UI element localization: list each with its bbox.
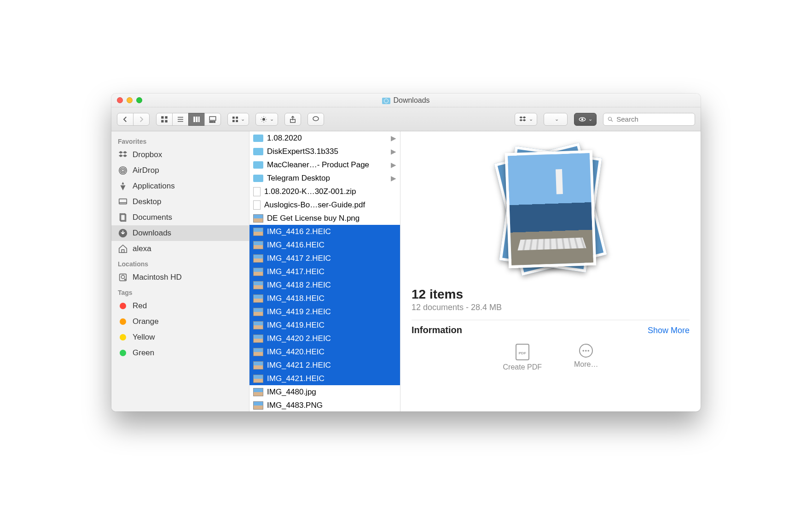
dropdown-button[interactable]: ⌄: [544, 113, 568, 126]
svg-rect-27: [119, 199, 127, 204]
close-button[interactable]: [117, 97, 123, 103]
file-row[interactable]: 1.08.2020-K…30Z-001.zip: [249, 185, 400, 198]
file-row[interactable]: IMG_4418.HEIC: [249, 292, 400, 305]
img-icon: [253, 335, 263, 343]
file-row[interactable]: IMG_4421 2.HEIC: [249, 358, 400, 372]
file-row[interactable]: MacCleaner…- Product Page▶: [249, 158, 400, 171]
minimize-button[interactable]: [127, 97, 133, 103]
file-row[interactable]: IMG_4421.HEIC: [249, 372, 400, 385]
quicklook-button[interactable]: ⌄: [574, 113, 597, 126]
preview-pane: 12 items 12 documents - 28.4 MB Informat…: [400, 131, 701, 411]
file-name: DiskExpertS3.1b335: [267, 147, 387, 156]
sidebar: FavoritesDropboxAirDropApplicationsDeskt…: [111, 131, 249, 411]
file-name: IMG_4417 2.HEIC: [267, 254, 396, 263]
create-pdf-action[interactable]: Create PDF: [503, 344, 542, 371]
file-row[interactable]: IMG_4420 2.HEIC: [249, 332, 400, 345]
svg-rect-10: [209, 117, 216, 120]
file-row[interactable]: IMG_4417 2.HEIC: [249, 252, 400, 265]
svg-rect-0: [161, 116, 163, 118]
sidebar-item-red[interactable]: Red: [111, 298, 249, 314]
file-icon: [253, 200, 261, 210]
file-name: DE Get License buy N.png: [267, 214, 396, 223]
img-icon: [253, 321, 263, 329]
sidebar-item-desktop[interactable]: Desktop: [111, 194, 249, 210]
disclosure-arrow-icon: ▶: [391, 174, 396, 182]
file-row[interactable]: Telegram Desktop▶: [249, 171, 400, 185]
file-row[interactable]: IMG_4418 2.HEIC: [249, 278, 400, 292]
svg-point-25: [121, 168, 126, 173]
downloads-icon: [118, 228, 128, 238]
list-view-button[interactable]: [172, 113, 189, 126]
file-row[interactable]: Auslogics-Bo…ser-Guide.pdf: [249, 198, 400, 211]
documents-icon: [118, 212, 128, 223]
svg-rect-17: [236, 120, 238, 122]
file-row[interactable]: IMG_4417.HEIC: [249, 265, 400, 278]
forward-button[interactable]: [133, 113, 150, 126]
file-icon: [253, 187, 261, 196]
finder-window: Downloads ⌄ ⌄ ⌄ ⌄ ⌄ FavoritesDropboxAir: [111, 94, 701, 411]
tag-dot-icon: [118, 317, 128, 327]
file-name: Auslogics-Bo…ser-Guide.pdf: [264, 200, 396, 210]
applications-icon: [118, 181, 128, 191]
desktop-icon: [118, 197, 128, 207]
sidebar-item-yellow[interactable]: Yellow: [111, 329, 249, 345]
sidebar-item-label: Yellow: [133, 333, 155, 342]
sidebar-item-alexa[interactable]: alexa: [111, 241, 249, 257]
chevron-down-icon: ⌄: [588, 116, 592, 122]
file-row[interactable]: IMG_4419.HEIC: [249, 318, 400, 332]
sidebar-item-label: Desktop: [133, 197, 161, 206]
file-row[interactable]: IMG_4419 2.HEIC: [249, 305, 400, 318]
search-icon: [607, 116, 614, 123]
disclosure-arrow-icon: ▶: [391, 161, 396, 169]
sidebar-item-label: Orange: [133, 317, 159, 326]
sidebar-item-orange[interactable]: Orange: [111, 314, 249, 329]
file-name: IMG_4416 2.HEIC: [267, 227, 396, 236]
file-row[interactable]: 1.08.2020▶: [249, 131, 400, 145]
action-label: Create PDF: [503, 363, 542, 371]
gallery-view-button[interactable]: [204, 113, 221, 126]
svg-point-35: [125, 279, 126, 280]
action-menu-button[interactable]: ⌄: [255, 113, 278, 126]
svg-point-22: [608, 117, 611, 120]
file-name: IMG_4416.HEIC: [267, 241, 396, 250]
back-button[interactable]: [117, 113, 133, 126]
svg-rect-3: [165, 120, 168, 122]
file-row[interactable]: IMG_4416 2.HEIC: [249, 225, 400, 238]
share-button[interactable]: [284, 113, 301, 126]
folder-icon: [253, 161, 263, 169]
file-name: 1.08.2020: [267, 134, 387, 143]
file-name: IMG_4419 2.HEIC: [267, 307, 396, 317]
search-field[interactable]: [603, 113, 695, 126]
sidebar-item-macintosh-hd[interactable]: Macintosh HD: [111, 270, 249, 285]
column-view-button[interactable]: [188, 113, 205, 126]
svg-line-23: [611, 120, 613, 121]
zoom-button[interactable]: [136, 97, 142, 103]
img-icon: [253, 254, 263, 263]
tag-dot-icon: [118, 348, 128, 358]
file-name: IMG_4418.HEIC: [267, 294, 396, 303]
sidebar-item-documents[interactable]: Documents: [111, 210, 249, 225]
icon-view-button[interactable]: [156, 113, 173, 126]
dropbox-button[interactable]: ⌄: [515, 113, 537, 126]
sidebar-item-airdrop[interactable]: AirDrop: [111, 163, 249, 178]
file-row[interactable]: DiskExpertS3.1b335▶: [249, 145, 400, 158]
sidebar-item-downloads[interactable]: Downloads: [111, 225, 249, 241]
file-name: IMG_4419.HEIC: [267, 321, 396, 330]
search-input[interactable]: [616, 115, 691, 123]
more-action[interactable]: More…: [574, 344, 598, 371]
sidebar-item-applications[interactable]: Applications: [111, 178, 249, 194]
show-more-link[interactable]: Show More: [648, 326, 690, 335]
chevron-down-icon: ⌄: [241, 116, 245, 122]
sidebar-item-dropbox[interactable]: Dropbox: [111, 147, 249, 163]
file-row[interactable]: IMG_4483.PNG: [249, 399, 400, 411]
sidebar-item-green[interactable]: Green: [111, 345, 249, 361]
tags-button[interactable]: [307, 113, 324, 126]
quick-actions: Create PDF More…: [412, 344, 690, 371]
file-row[interactable]: IMG_4480.jpg: [249, 385, 400, 399]
file-row[interactable]: IMG_4420.HEIC: [249, 345, 400, 358]
img-icon: [253, 401, 263, 410]
group-by-button[interactable]: ⌄: [227, 113, 249, 126]
file-row[interactable]: DE Get License buy N.png: [249, 211, 400, 225]
img-icon: [253, 308, 263, 316]
file-row[interactable]: IMG_4416.HEIC: [249, 238, 400, 252]
